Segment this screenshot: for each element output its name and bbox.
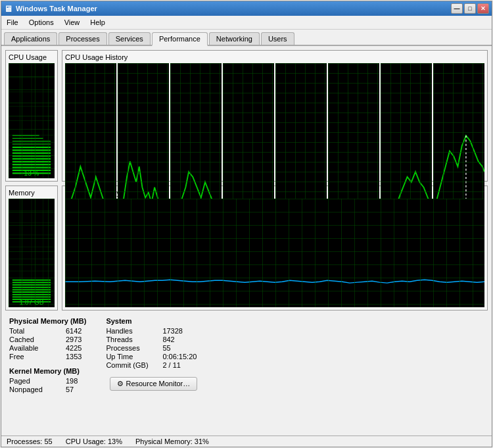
task-manager-window: 🖥 Windows Task Manager — □ ✕ File Option…: [1, 1, 492, 447]
svg-rect-39: [12, 294, 51, 295]
mem-history-svg: [65, 199, 484, 307]
menu-options[interactable]: Options: [24, 17, 59, 28]
svg-rect-40: [12, 291, 51, 293]
menu-bar: File Options View Help: [1, 16, 492, 30]
menu-file[interactable]: File: [1, 17, 24, 28]
km-key-0: Paged: [9, 377, 62, 385]
performance-content: CPU Usage: [1, 46, 492, 436]
svg-rect-17: [12, 153, 51, 154]
pm-val-0: 6142: [66, 327, 82, 335]
info-section: Physical Memory (MB) Total 6142 Cached 2…: [5, 314, 488, 396]
kernel-memory-heading: Kernel Memory (MB): [9, 367, 86, 375]
sys-val-1: 842: [162, 336, 174, 343]
pm-key-1: Cached: [9, 336, 62, 343]
pm-key-2: Available: [9, 344, 62, 352]
pm-val-1: 2973: [66, 336, 82, 343]
pm-val-2: 4225: [66, 344, 82, 352]
svg-rect-44: [12, 282, 51, 284]
sys-row-2: Processes 55: [106, 344, 201, 352]
km-val-1: 57: [66, 386, 74, 393]
bottom-panels: Memory: [5, 186, 488, 311]
sys-key-4: Commit (GB): [106, 361, 158, 369]
mem-history-graph: [65, 199, 484, 307]
tab-users[interactable]: Users: [261, 32, 294, 45]
sys-key-0: Handles: [106, 327, 158, 335]
menu-help[interactable]: Help: [85, 17, 110, 28]
status-memory: Physical Memory: 31%: [135, 437, 209, 445]
sys-val-4: 2 / 11: [162, 361, 181, 369]
svg-rect-19: [12, 147, 51, 148]
minimize-button[interactable]: —: [451, 3, 463, 14]
resource-monitor-button[interactable]: ⚙ Resource Monitor…: [110, 377, 197, 391]
svg-rect-14: [12, 161, 51, 162]
pm-val-3: 1353: [66, 353, 82, 361]
memory-bar-svg: [9, 199, 55, 307]
pm-key-0: Total: [9, 327, 62, 335]
physical-memory-info: Physical Memory (MB) Total 6142 Cached 2…: [9, 317, 86, 393]
status-cpu: CPU Usage: 13%: [66, 437, 122, 445]
svg-rect-20: [12, 144, 51, 145]
svg-rect-41: [12, 289, 51, 291]
svg-rect-15: [12, 158, 51, 159]
svg-rect-43: [12, 284, 51, 286]
km-val-0: 198: [66, 377, 78, 385]
status-processes: Processes: 55: [7, 437, 53, 445]
sys-row-4: Commit (GB) 2 / 11: [106, 361, 201, 369]
cpu-usage-graph: 13 %: [9, 63, 55, 178]
pm-row-1: Cached 2973: [9, 336, 86, 343]
svg-rect-23: [12, 135, 39, 136]
sys-row-1: Threads 842: [106, 336, 201, 343]
window-title: Windows Task Manager: [16, 5, 451, 12]
tab-networking[interactable]: Networking: [209, 32, 260, 45]
sys-val-2: 55: [162, 344, 170, 352]
tab-applications[interactable]: Applications: [4, 32, 57, 45]
cpu-history-label: CPU Usage History: [65, 53, 484, 61]
svg-rect-18: [12, 149, 51, 151]
tab-performance[interactable]: Performance: [152, 32, 208, 46]
maximize-button[interactable]: □: [464, 3, 476, 14]
pm-key-3: Free: [9, 353, 62, 361]
pm-row-3: Free 1353: [9, 353, 86, 361]
svg-rect-22: [12, 138, 43, 139]
memory-panel: Memory: [5, 186, 58, 311]
km-row-0: Paged 198: [9, 377, 86, 385]
sys-key-1: Threads: [106, 336, 158, 343]
sys-val-0: 17328: [162, 327, 183, 335]
tabs-bar: Applications Processes Services Performa…: [1, 30, 492, 46]
sys-row-0: Handles 17328: [106, 327, 201, 335]
close-button[interactable]: ✕: [477, 3, 489, 14]
sys-row-3: Up Time 0:06:15:20: [106, 353, 201, 361]
svg-rect-16: [12, 155, 51, 157]
system-heading: System: [106, 317, 201, 325]
km-key-1: Nonpaged: [9, 386, 62, 393]
sys-key-2: Processes: [106, 344, 158, 352]
status-bar: Processes: 55 CPU Usage: 13% Physical Me…: [1, 436, 492, 447]
mem-history-panel: Physical Memory Usage History: [62, 186, 488, 311]
svg-rect-12: [12, 167, 51, 168]
menu-view[interactable]: View: [59, 17, 85, 28]
cpu-usage-panel: CPU Usage: [5, 50, 58, 182]
sys-key-3: Up Time: [106, 353, 158, 361]
svg-rect-13: [12, 164, 51, 165]
top-panels: CPU Usage: [5, 50, 488, 182]
sys-val-3: 0:06:15:20: [162, 353, 197, 361]
system-info: System Handles 17328 Threads 842 Process…: [106, 317, 201, 393]
svg-rect-38: [12, 297, 51, 298]
tab-services[interactable]: Services: [108, 32, 151, 45]
app-icon: 🖥: [4, 4, 13, 13]
cpu-bar-svg: [9, 63, 55, 178]
svg-rect-21: [12, 141, 51, 141]
svg-rect-42: [12, 287, 51, 288]
km-row-1: Nonpaged 57: [9, 386, 86, 393]
window-controls: — □ ✕: [451, 3, 489, 14]
cpu-usage-label: CPU Usage: [9, 53, 55, 61]
memory-graph: 1.87 GB: [9, 199, 55, 307]
memory-label: Memory: [9, 189, 55, 197]
svg-rect-45: [12, 280, 51, 281]
pm-row-0: Total 6142: [9, 327, 86, 335]
tab-processes[interactable]: Processes: [59, 32, 106, 45]
title-bar: 🖥 Windows Task Manager — □ ✕: [1, 1, 492, 16]
cpu-history-panel: CPU Usage History: [62, 50, 488, 182]
pm-row-2: Available 4225: [9, 344, 86, 352]
memory-value: 1.87 GB: [9, 299, 55, 306]
